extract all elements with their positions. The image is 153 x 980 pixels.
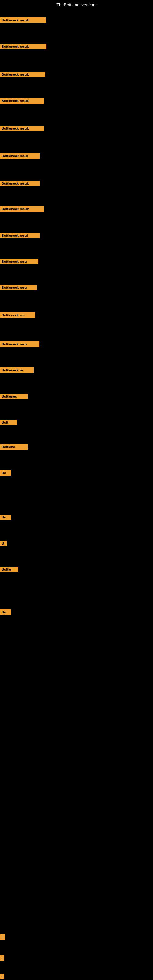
bottleneck-result-badge: Bottleneck result (0, 44, 46, 49)
bottleneck-result-badge: Bottle (0, 566, 18, 572)
bottleneck-result-badge: | (0, 934, 5, 940)
bottleneck-result-badge: B (0, 541, 7, 546)
bottleneck-result-badge: Bott (0, 420, 17, 425)
bottleneck-result-badge: Bottleneck resu (0, 342, 40, 347)
bottleneck-result-badge: Bottleneck res (0, 312, 35, 318)
bottleneck-result-badge: Bottleneck result (0, 98, 44, 103)
bottleneck-result-badge: Bottleneck result (0, 72, 45, 77)
bottleneck-result-badge: Bottleneck resul (0, 153, 40, 159)
bottleneck-result-badge: Bottlenec (0, 393, 27, 399)
bottleneck-result-badge: | (0, 956, 4, 961)
bottleneck-result-badge: Bottleneck result (0, 181, 40, 186)
bottleneck-result-badge: Bottleneck result (0, 18, 46, 23)
site-title: TheBottlenecker.com (0, 0, 153, 10)
bottleneck-result-badge: | (0, 974, 4, 979)
bottleneck-result-badge: Bottleneck resu (0, 285, 37, 290)
bottleneck-result-badge: Bottleneck re (0, 368, 33, 373)
bottleneck-result-badge: Bo (0, 609, 11, 615)
bottleneck-result-badge: Bottleneck result (0, 126, 44, 131)
bottleneck-result-badge: Bottleneck result (0, 206, 44, 212)
bottleneck-result-badge: Bo (0, 514, 11, 520)
bottleneck-result-badge: Bo (0, 470, 11, 476)
bottleneck-result-badge: Bottleneck resul (0, 233, 40, 238)
bottleneck-result-badge: Bottleneck resu (0, 259, 38, 264)
bottleneck-result-badge: Bottlene (0, 444, 27, 450)
